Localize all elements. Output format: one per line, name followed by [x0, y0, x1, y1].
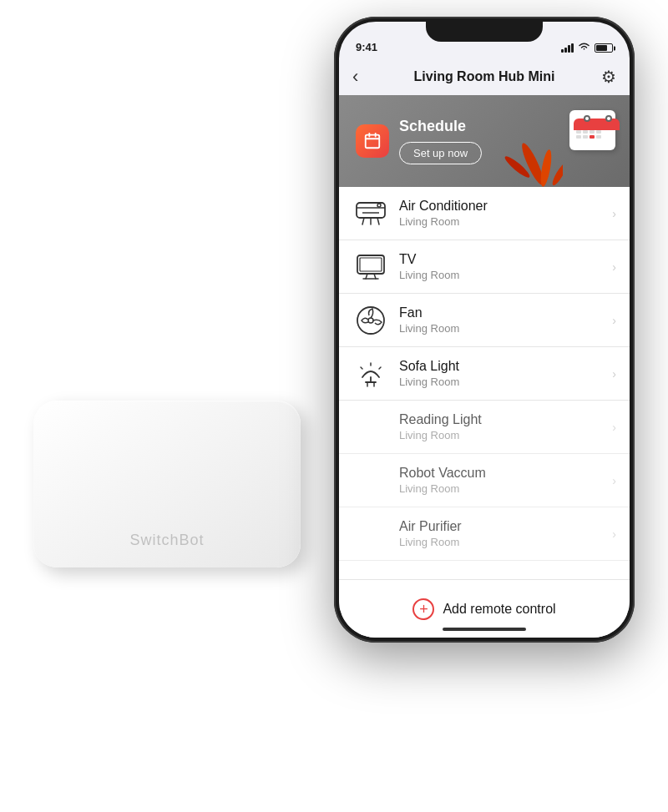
phone-notch	[426, 22, 543, 42]
sofa-light-name: Sofa Light	[399, 359, 612, 374]
tv-icon-wrap	[352, 249, 389, 285]
signal-bar-4	[571, 43, 574, 53]
robot-vaccum-chevron-icon: ›	[612, 474, 616, 487]
air-purifier-chevron-icon: ›	[612, 527, 616, 541]
tv-info: TV Living Room	[399, 252, 612, 281]
ac-location: Living Room	[399, 215, 612, 228]
settings-button[interactable]: ⚙	[601, 67, 616, 87]
air-purifier-icon-wrap	[352, 516, 389, 552]
switchbot-device: SwitchBot	[33, 401, 301, 567]
ac-name: Air Conditioner	[399, 199, 612, 214]
calendar-decoration	[565, 102, 620, 156]
svg-line-8	[362, 218, 364, 224]
schedule-text: Schedule Set up now	[399, 118, 482, 164]
home-indicator	[443, 628, 526, 631]
ac-icon-wrap	[352, 195, 389, 232]
fan-icon	[356, 305, 386, 335]
app-header: ‹ Living Room Hub Mini ⚙	[339, 58, 630, 95]
reading-light-location: Living Room	[399, 429, 612, 441]
sofa-light-icon	[356, 359, 386, 389]
phone-inner: 9:41	[339, 22, 630, 638]
sofa-light-icon-wrap	[352, 356, 389, 392]
phone-frame: 9:41	[334, 17, 635, 643]
svg-rect-0	[366, 135, 380, 149]
fan-name: Fan	[399, 305, 612, 320]
device-item-air-purifier[interactable]: Air Purifier Living Room ›	[339, 507, 630, 561]
robot-vaccum-name: Robot Vaccum	[399, 466, 612, 481]
schedule-icon	[356, 124, 389, 158]
add-remote-label: Add remote control	[443, 602, 555, 617]
tv-icon	[356, 255, 386, 280]
fan-icon-wrap	[352, 302, 389, 339]
add-plus-icon: +	[412, 598, 434, 620]
battery-fill	[596, 45, 607, 51]
device-item-robot-vaccum[interactable]: Robot Vaccum Living Room ›	[339, 454, 630, 507]
device-item-tv[interactable]: TV Living Room ›	[339, 240, 630, 294]
reading-light-chevron-icon: ›	[612, 421, 616, 434]
device-item-reading-light[interactable]: Reading Light Living Room ›	[339, 401, 630, 454]
sofa-light-info: Sofa Light Living Room	[399, 359, 612, 388]
sofa-light-location: Living Room	[399, 376, 612, 388]
svg-line-21	[361, 367, 362, 369]
air-purifier-info: Air Purifier Living Room	[399, 519, 612, 548]
leaves-decoration	[496, 112, 563, 187]
status-time: 9:41	[356, 41, 377, 53]
fan-chevron-icon: ›	[612, 314, 616, 327]
tv-location: Living Room	[399, 269, 612, 281]
device-list: Air Conditioner Living Room ›	[339, 187, 630, 579]
svg-point-7	[377, 204, 381, 207]
schedule-title: Schedule	[399, 118, 482, 135]
svg-line-22	[379, 367, 381, 369]
signal-bar-2	[564, 48, 567, 53]
signal-bar-3	[568, 45, 570, 53]
ac-icon	[356, 202, 386, 225]
air-purifier-name: Air Purifier	[399, 519, 612, 534]
back-button[interactable]: ‹	[352, 66, 358, 88]
tv-chevron-icon: ›	[612, 260, 616, 274]
reading-light-name: Reading Light	[399, 412, 612, 427]
wifi-icon	[578, 43, 590, 53]
svg-point-17	[368, 318, 373, 323]
status-icons	[561, 43, 613, 53]
cal-grid	[576, 130, 601, 139]
cal-rings	[584, 115, 612, 122]
scene: SwitchBot 9:41	[0, 0, 668, 812]
device-item-sofa-light[interactable]: Sofa Light Living Room ›	[339, 347, 630, 401]
device-item-fan[interactable]: Fan Living Room ›	[339, 294, 630, 347]
fan-location: Living Room	[399, 322, 612, 335]
switchbot-brand-label: SwitchBot	[129, 532, 204, 549]
ac-info: Air Conditioner Living Room	[399, 199, 612, 228]
reading-light-icon-wrap	[352, 409, 389, 446]
schedule-banner: Schedule Set up now	[339, 95, 630, 187]
robot-vaccum-icon-wrap	[352, 462, 389, 499]
reading-light-info: Reading Light Living Room	[399, 412, 612, 441]
svg-rect-15	[360, 258, 382, 271]
signal-bars-icon	[561, 43, 574, 53]
sofa-light-chevron-icon: ›	[612, 367, 616, 381]
ac-chevron-icon: ›	[612, 207, 616, 220]
svg-line-10	[377, 218, 379, 224]
set-up-now-button[interactable]: Set up now	[399, 142, 482, 164]
tv-name: TV	[399, 252, 612, 267]
header-title: Living Room Hub Mini	[414, 69, 555, 84]
signal-bar-1	[561, 49, 564, 53]
device-item-ac[interactable]: Air Conditioner Living Room ›	[339, 187, 630, 240]
fan-info: Fan Living Room	[399, 305, 612, 335]
cal-body	[569, 110, 615, 150]
battery-icon	[595, 43, 613, 53]
air-purifier-location: Living Room	[399, 536, 612, 548]
robot-vaccum-info: Robot Vaccum Living Room	[399, 466, 612, 495]
robot-vaccum-location: Living Room	[399, 482, 612, 495]
